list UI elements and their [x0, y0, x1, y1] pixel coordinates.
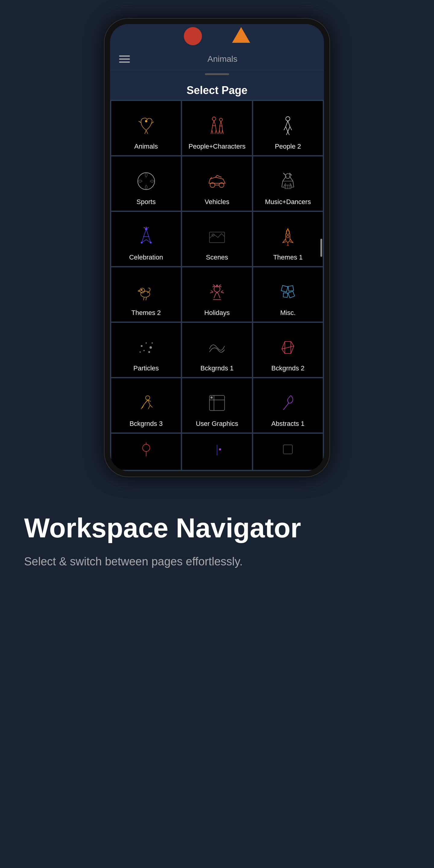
themes1-icon: [276, 224, 300, 249]
svg-rect-28: [281, 285, 288, 292]
grid-item-label: People+Characters: [189, 143, 246, 150]
grid-item-scenes[interactable]: Scenes: [182, 212, 252, 266]
sports-icon: [134, 169, 158, 193]
grid-item-bckgrnds-2[interactable]: Bckgrnds 2: [253, 323, 323, 377]
grid-item-label: Bckgrnds 3: [130, 420, 163, 428]
svg-point-2: [219, 118, 222, 121]
grid-item-people-characters[interactable]: People+Characters: [182, 101, 252, 155]
grid-item-20[interactable]: [182, 434, 252, 470]
svg-point-4: [138, 173, 155, 190]
grid-item-music-dancers[interactable]: Music+Dancers: [253, 156, 323, 211]
phone-device: Animals Select Page: [104, 18, 330, 477]
grid-item-bckgrnds-3[interactable]: Bckgrnds 3: [111, 378, 181, 433]
top-icon-2: [232, 27, 250, 43]
grid-item-bckgrnds-1[interactable]: Bckgrnds 1: [182, 323, 252, 377]
grid-item-themes-2[interactable]: Themes 2: [111, 267, 181, 321]
grid-item-label: Themes 1: [273, 253, 303, 261]
svg-point-46: [219, 448, 221, 450]
svg-point-0: [145, 120, 147, 122]
svg-rect-31: [288, 291, 295, 298]
svg-rect-47: [283, 445, 292, 454]
svg-point-14: [145, 228, 147, 230]
app-screen: Animals Select Page: [110, 48, 324, 471]
grid-item-celebration[interactable]: Celebration: [111, 212, 181, 266]
svg-rect-29: [288, 286, 294, 291]
svg-point-37: [140, 351, 141, 352]
scrollbar[interactable]: [320, 239, 322, 257]
item21-icon: [276, 437, 300, 461]
user-graphics-icon: [205, 391, 229, 415]
svg-point-3: [286, 117, 290, 121]
scenes-icon: [205, 224, 229, 249]
marketing-subtitle: Select & switch between pages effortless…: [24, 555, 410, 568]
bckgrnds3-icon: [134, 391, 158, 415]
grid-item-label: Sports: [136, 198, 156, 206]
grid-item-label: People 2: [275, 143, 301, 150]
holidays-icon: [205, 280, 229, 304]
svg-point-33: [146, 342, 147, 344]
grid-item-abstracts-1[interactable]: Abstracts 1: [253, 378, 323, 433]
grid-item-vehicles[interactable]: Vehicles: [182, 156, 252, 211]
grid-item-label: Particles: [133, 364, 158, 372]
svg-point-35: [144, 350, 145, 351]
select-page-title: Select Page: [110, 78, 324, 100]
particles-icon: [134, 336, 158, 360]
svg-rect-20: [210, 232, 224, 243]
svg-point-32: [141, 345, 143, 347]
animals-icon: [134, 114, 158, 138]
grid-item-label: User Graphics: [196, 420, 239, 428]
svg-point-44: [143, 444, 150, 452]
svg-point-26: [141, 289, 142, 290]
grid-item-label: Animals: [134, 143, 158, 150]
grid-item-label: Bckgrnds 1: [200, 364, 234, 372]
grid-item-label: Misc.: [280, 309, 296, 317]
grid-item-holidays[interactable]: Holidays: [182, 267, 252, 321]
grid-item-19[interactable]: [111, 434, 181, 470]
grid-item-label: Vehicles: [205, 198, 229, 206]
svg-point-34: [150, 346, 152, 349]
svg-line-16: [147, 227, 149, 228]
svg-point-38: [152, 342, 153, 344]
grid-item-user-graphics[interactable]: User Graphics: [182, 378, 252, 433]
people-chars-icon: [205, 114, 229, 138]
svg-point-43: [211, 397, 213, 398]
grid-item-people-2[interactable]: People 2: [253, 101, 323, 155]
grid-item-particles[interactable]: Particles: [111, 323, 181, 377]
misc-icon: [276, 280, 300, 304]
grid-item-21[interactable]: [253, 434, 323, 470]
svg-point-19: [150, 242, 152, 244]
music-icon: [276, 169, 300, 193]
bckgrnds1-icon: [205, 336, 229, 360]
grid-item-label: Bckgrnds 2: [271, 364, 304, 372]
svg-rect-30: [283, 293, 288, 297]
svg-point-18: [141, 242, 143, 244]
svg-point-23: [287, 236, 289, 238]
svg-point-39: [146, 396, 150, 400]
grid-item-label: Abstracts 1: [271, 420, 304, 428]
vehicles-icon: [205, 169, 229, 193]
grid-item-animals[interactable]: Animals: [111, 101, 181, 155]
hamburger-menu[interactable]: [119, 56, 130, 63]
svg-line-8: [283, 173, 286, 176]
svg-point-36: [148, 351, 150, 353]
grid-item-misc[interactable]: Misc.: [253, 267, 323, 321]
scroll-indicator: [205, 73, 229, 75]
svg-point-1: [212, 117, 216, 121]
svg-point-27: [214, 286, 220, 292]
celebration-icon: [134, 224, 158, 249]
header-title: Animals: [130, 54, 315, 64]
people2-icon: [276, 114, 300, 138]
themes2-icon: [134, 280, 158, 304]
grid-item-themes-1[interactable]: Themes 1: [253, 212, 323, 266]
grid-item-label: Scenes: [206, 253, 228, 261]
marketing-title: Workspace Navigator: [24, 513, 410, 543]
marketing-section: Workspace Navigator Select & switch betw…: [0, 477, 434, 598]
bckgrnds2-icon: [276, 336, 300, 360]
svg-line-17: [144, 227, 145, 228]
item19-icon: [134, 437, 158, 461]
grid-item-sports[interactable]: Sports: [111, 156, 181, 211]
grid-item-label: Themes 2: [131, 309, 161, 317]
app-header: Animals: [110, 48, 324, 70]
page-grid: Animals: [110, 100, 324, 471]
grid-item-label: Music+Dancers: [265, 198, 311, 206]
